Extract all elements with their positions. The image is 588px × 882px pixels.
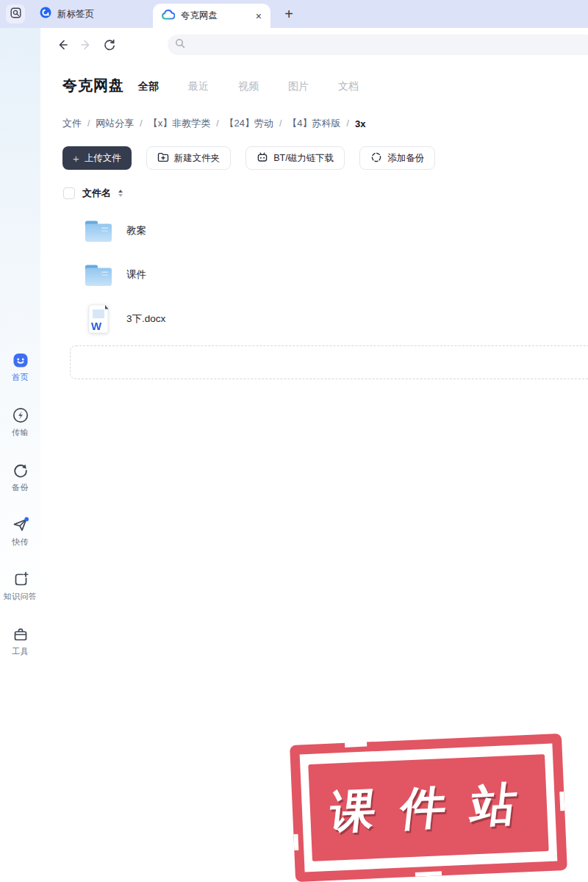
page-title: 夸克网盘: [62, 76, 124, 96]
tab-quark-drive[interactable]: 夸克网盘 ×: [153, 4, 270, 28]
breadcrumb: 文件 / 网站分享 / 【x】非教学类 / 【24】劳动 / 【4】苏科版 / …: [62, 117, 365, 130]
upload-file-button[interactable]: + 上传文件: [62, 146, 132, 170]
word-document-icon: W: [82, 303, 115, 335]
refresh-icon[interactable]: [103, 38, 116, 51]
back-icon[interactable]: [56, 38, 69, 51]
stamp-background: 课件站: [308, 754, 548, 861]
backup-circle-icon: [370, 151, 382, 165]
sidebar: [0, 28, 40, 882]
folder-icon: [82, 262, 115, 288]
tab-title: 新标签页: [57, 8, 94, 21]
knowledge-add-icon: [12, 570, 29, 588]
forward-icon[interactable]: [79, 38, 93, 51]
file-name[interactable]: 教案: [126, 224, 146, 237]
browser-tab-bar: 新标签页 夸克网盘 × +: [0, 0, 588, 28]
breadcrumb-item[interactable]: 【24】劳动: [225, 117, 273, 130]
tab-documents[interactable]: 文档: [338, 80, 359, 93]
plus-icon: +: [73, 153, 79, 164]
home-smiley-icon: [12, 351, 29, 369]
sidebar-item-tools[interactable]: 工具: [0, 625, 40, 657]
sidebar-label: 快传: [0, 537, 40, 548]
stamp-watermark: 课件站: [290, 734, 567, 882]
tab-new-tab-page[interactable]: 新标签页: [32, 0, 101, 28]
sidebar-label: 传输: [0, 427, 40, 438]
sidebar-item-transfer[interactable]: 传输: [0, 406, 40, 438]
upload-dropzone[interactable]: [70, 345, 588, 379]
breadcrumb-separator: /: [216, 118, 218, 129]
tab-all[interactable]: 全部: [138, 80, 159, 93]
stamp-distress-mark: [559, 792, 564, 811]
sidebar-label: 首页: [0, 372, 40, 383]
breadcrumb-item[interactable]: 文件: [62, 117, 82, 130]
tab-close-icon[interactable]: ×: [256, 11, 262, 21]
tab-title: 夸克网盘: [181, 10, 250, 22]
paper-plane-icon: [12, 516, 29, 534]
breadcrumb-separator: /: [347, 118, 349, 129]
new-folder-button[interactable]: 新建文件夹: [146, 146, 232, 170]
search-icon: [175, 38, 185, 51]
breadcrumb-item[interactable]: 网站分享: [96, 117, 134, 130]
svg-text:W: W: [91, 320, 102, 332]
transfer-icon: [12, 406, 29, 424]
add-backup-label: 添加备份: [387, 152, 424, 165]
new-tab-button[interactable]: +: [279, 4, 298, 24]
breadcrumb-separator: /: [87, 118, 90, 129]
bt-download-icon: [257, 151, 268, 165]
stamp-distress-mark: [293, 834, 298, 850]
file-row[interactable]: W 3下.docx: [62, 297, 588, 341]
add-backup-button[interactable]: 添加备份: [359, 146, 435, 170]
browser-nav-bar: [40, 28, 588, 62]
bt-magnet-download-button[interactable]: BT/磁力链下载: [245, 146, 345, 170]
file-row[interactable]: 课件: [62, 253, 588, 297]
breadcrumb-current: 3x: [355, 118, 365, 129]
backup-sync-icon: [12, 462, 29, 479]
breadcrumb-item[interactable]: 【4】苏科版: [287, 117, 340, 130]
bt-download-label: BT/磁力链下载: [273, 152, 334, 165]
stamp-distress-mark: [345, 742, 367, 747]
tab-videos[interactable]: 视频: [238, 80, 259, 93]
filter-tabs: 全部 最近 视频 图片 文档: [138, 80, 359, 93]
upload-file-label: 上传文件: [85, 152, 121, 165]
breadcrumb-separator: /: [279, 118, 282, 129]
cloud-drive-icon: [162, 10, 175, 23]
breadcrumb-separator: /: [140, 118, 142, 129]
tab-recent[interactable]: 最近: [188, 80, 209, 93]
file-name[interactable]: 课件: [126, 268, 146, 282]
sidebar-label: 备份: [0, 482, 40, 493]
sidebar-item-home[interactable]: 首页: [0, 351, 40, 383]
stamp-distress-mark: [415, 871, 442, 877]
sidebar-item-knowledge-qa[interactable]: 知识问答: [0, 570, 40, 602]
toolbox-icon: [12, 625, 29, 643]
tab-images[interactable]: 图片: [288, 80, 309, 93]
folder-icon: [82, 218, 115, 244]
quark-logo-icon: [40, 7, 51, 21]
sort-icon[interactable]: [118, 190, 123, 197]
sidebar-label: 工具: [0, 646, 40, 657]
file-row[interactable]: 教案: [62, 209, 588, 253]
file-name[interactable]: 3下.docx: [126, 312, 165, 326]
tab-search-button[interactable]: [6, 4, 25, 24]
folder-plus-icon: [157, 151, 169, 165]
tab-search-icon: [10, 7, 21, 21]
toolbar: + 上传文件 新建文件夹 BT/磁力链下载 添加备份: [62, 146, 435, 170]
address-search-bar[interactable]: [168, 35, 588, 55]
sidebar-item-backup[interactable]: 备份: [0, 462, 40, 493]
filename-column-header[interactable]: 文件名: [82, 187, 111, 200]
select-all-checkbox[interactable]: [63, 187, 75, 199]
file-list-header: 文件名: [63, 186, 123, 201]
new-folder-label: 新建文件夹: [174, 152, 220, 165]
screen: 新标签页 夸克网盘 × +: [0, 0, 588, 882]
sidebar-label: 知识问答: [0, 591, 40, 602]
stamp-text: 课件站: [312, 772, 545, 844]
breadcrumb-item[interactable]: 【x】非教学类: [148, 117, 211, 130]
sidebar-item-quick-send[interactable]: 快传: [0, 516, 40, 548]
